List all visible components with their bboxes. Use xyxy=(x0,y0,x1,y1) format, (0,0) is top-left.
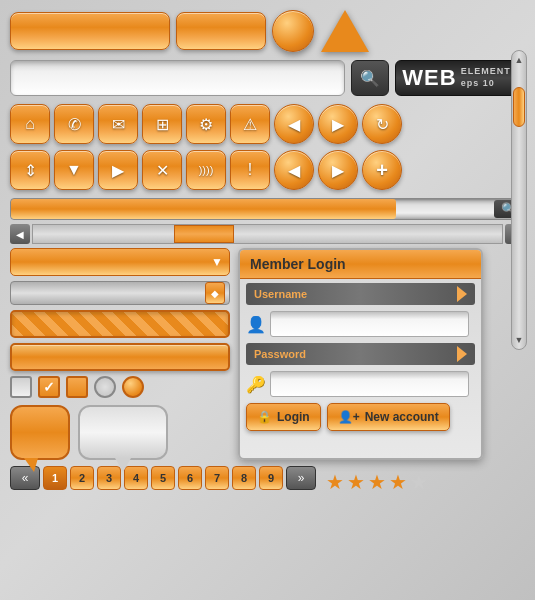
orange-wide-btn[interactable] xyxy=(10,343,230,371)
page-1-btn[interactable]: 1 xyxy=(43,466,67,490)
medium-button-1[interactable] xyxy=(176,12,266,50)
updown-btn[interactable]: ⇕ xyxy=(10,150,50,190)
icon-row-3: ⌂ ✆ ✉ ⊞ ⚙ ⚠ ◀ ▶ ↻ xyxy=(10,104,525,144)
login-header: Member Login xyxy=(240,250,481,279)
password-label-text: Password xyxy=(254,348,306,360)
search-row: 🔍 WEB ELEMENTS eps 10 xyxy=(10,60,525,96)
circle-button-1[interactable] xyxy=(272,10,314,52)
checkboxes-row: ✓ xyxy=(10,376,230,398)
page-8-btn[interactable]: 8 xyxy=(232,466,256,490)
password-icon-row: 🔑 xyxy=(240,369,481,399)
page-2-btn[interactable]: 2 xyxy=(70,466,94,490)
v-scroll-thumb[interactable] xyxy=(513,87,525,127)
page-next-btn[interactable]: » xyxy=(286,466,316,490)
play-right-round[interactable]: ▶ xyxy=(318,150,358,190)
phone-btn[interactable]: ✆ xyxy=(54,104,94,144)
page-6-btn[interactable]: 6 xyxy=(178,466,202,490)
wide-button-1[interactable] xyxy=(10,12,170,50)
forward-btn[interactable]: ▶ xyxy=(98,150,138,190)
dropdown-arrow-icon: ▼ xyxy=(211,255,223,269)
username-arrow-icon xyxy=(457,286,467,302)
scroll-left-arrow[interactable]: ◀ xyxy=(10,224,30,244)
login-title: Member Login xyxy=(250,256,346,272)
icon-row-4: ⇕ ▼ ▶ ✕ )))) ! ◀ ▶ + xyxy=(10,150,525,190)
warning-btn[interactable]: ⚠ xyxy=(230,104,270,144)
web-text: WEB xyxy=(402,65,456,91)
mail-btn[interactable]: ✉ xyxy=(98,104,138,144)
play-left-round[interactable]: ◀ xyxy=(274,150,314,190)
prev-arrow-icon: « xyxy=(22,471,29,485)
add-person-icon: 👤+ xyxy=(338,410,360,424)
lock-icon: 🔒 xyxy=(257,410,272,424)
search-bar[interactable] xyxy=(10,60,345,96)
password-input[interactable] xyxy=(270,371,469,397)
network-btn[interactable]: ⊞ xyxy=(142,104,182,144)
progress-section: 🔍 ◀ ▶ xyxy=(10,198,525,244)
stripe-bar xyxy=(10,310,230,338)
page-7-btn[interactable]: 7 xyxy=(205,466,229,490)
new-account-button[interactable]: 👤+ New account xyxy=(327,403,450,431)
v-scroll-down[interactable]: ▼ xyxy=(512,333,526,347)
progress-fill xyxy=(11,199,396,219)
star-3[interactable]: ★ xyxy=(368,470,386,494)
slider-bar[interactable]: ◆ xyxy=(10,281,230,305)
username-input[interactable] xyxy=(270,311,469,337)
star-rating: ★ ★ ★ ★ ★ xyxy=(326,470,428,494)
page-5-btn[interactable]: 5 xyxy=(151,466,175,490)
scroll-thumb-h[interactable] xyxy=(174,225,234,243)
triangle-container xyxy=(320,10,370,52)
wifi-btn[interactable]: )))) xyxy=(186,150,226,190)
login-buttons-row: 🔒 Login 👤+ New account xyxy=(240,399,481,437)
username-icon-row: 👤 xyxy=(240,309,481,339)
login-btn-label: Login xyxy=(277,410,310,424)
radio-checked[interactable] xyxy=(122,376,144,398)
down-btn[interactable]: ▼ xyxy=(54,150,94,190)
key-icon: 🔑 xyxy=(246,375,266,394)
checkbox-unchecked[interactable] xyxy=(10,376,32,398)
slider-thumb[interactable]: ◆ xyxy=(205,282,225,304)
checkmark-icon: ✓ xyxy=(43,379,55,395)
web-badge: WEB ELEMENTS eps 10 xyxy=(395,60,525,96)
pagination-stars-row: « 1 2 3 4 5 6 7 8 9 » ★ ★ ★ ★ ★ xyxy=(10,466,525,498)
right-round-btn[interactable]: ▶ xyxy=(318,104,358,144)
progress-bar: 🔍 xyxy=(10,198,525,220)
exclaim-btn[interactable]: ! xyxy=(230,150,270,190)
pagination: « 1 2 3 4 5 6 7 8 9 » xyxy=(10,466,316,490)
button-row-1 xyxy=(10,10,525,52)
left-round-btn[interactable]: ◀ xyxy=(274,104,314,144)
new-account-btn-label: New account xyxy=(365,410,439,424)
star-4[interactable]: ★ xyxy=(389,470,407,494)
password-arrow-icon xyxy=(457,346,467,362)
bottom-section: ▼ ◆ ✓ xyxy=(10,248,525,460)
page-9-btn[interactable]: 9 xyxy=(259,466,283,490)
refresh-round-btn[interactable]: ↻ xyxy=(362,104,402,144)
speech-bubble-gray xyxy=(78,405,168,460)
elements-text: ELEMENTS eps 10 xyxy=(461,66,518,89)
star-5[interactable]: ★ xyxy=(410,470,428,494)
star-2[interactable]: ★ xyxy=(347,470,365,494)
scrollbar-h: ◀ ▶ xyxy=(10,224,525,244)
password-label-row: Password xyxy=(246,343,475,365)
left-controls: ▼ ◆ ✓ xyxy=(10,248,230,460)
speech-bubble-orange xyxy=(10,405,70,460)
bubble-row xyxy=(10,405,230,460)
v-scroll-up[interactable]: ▲ xyxy=(512,53,526,67)
username-label-row: Username xyxy=(246,283,475,305)
home-btn[interactable]: ⌂ xyxy=(10,104,50,144)
search-button[interactable]: 🔍 xyxy=(351,60,389,96)
gear-btn[interactable]: ⚙ xyxy=(186,104,226,144)
small-square-btn[interactable] xyxy=(66,376,88,398)
star-1[interactable]: ★ xyxy=(326,470,344,494)
vertical-scrollbar: ▲ ▼ xyxy=(511,50,527,350)
username-label-text: Username xyxy=(254,288,307,300)
scroll-track xyxy=(32,224,503,244)
radio-unchecked[interactable] xyxy=(94,376,116,398)
triangle-button[interactable] xyxy=(321,10,369,52)
cross-btn[interactable]: ✕ xyxy=(142,150,182,190)
login-panel: Member Login Username 👤 Password 🔑 xyxy=(238,248,483,460)
dropdown-btn[interactable]: ▼ xyxy=(10,248,230,276)
plus-round-btn[interactable]: + xyxy=(362,150,402,190)
next-arrow-icon: » xyxy=(298,471,305,485)
checkbox-checked[interactable]: ✓ xyxy=(38,376,60,398)
login-button[interactable]: 🔒 Login xyxy=(246,403,321,431)
